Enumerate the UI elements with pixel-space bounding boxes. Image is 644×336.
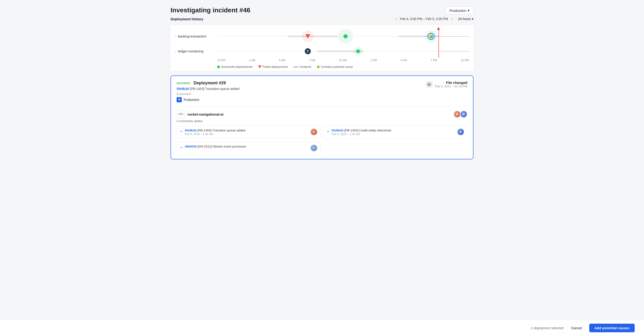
commit-card-3[interactable]: ⬧ 49d4f3d [DH-2312] Stream event process… <box>176 142 320 154</box>
commit-card-2[interactable]: ⬧ 5fe9b3d [PB-1453] Credit entity refact… <box>324 126 468 139</box>
deployment-title: Deployment #29 <box>194 80 226 86</box>
legend-failed-icon <box>258 66 262 68</box>
commit-hash-1[interactable]: 5fe9b3d <box>185 128 197 132</box>
cancel-button[interactable]: Cancel <box>567 324 586 332</box>
legend-failed-label: Failed deployments <box>262 65 288 68</box>
environment-icon: ⚑ <box>176 97 182 102</box>
commit-avatar-2: B <box>457 128 464 135</box>
date-prev-button[interactable]: ‹ <box>394 16 398 22</box>
commit-avatar-3: C <box>310 145 317 151</box>
commit-face-2: B <box>457 128 464 135</box>
commit-hash-2[interactable]: 5fe9b3d <box>332 128 344 132</box>
deployment-history-title: Deployment history <box>170 17 203 21</box>
ledger-track: 2 <box>217 45 469 58</box>
legend-incidents-icon <box>293 66 298 68</box>
x-label-1pm: 1 PM <box>370 59 377 62</box>
chart-area: › banking-transaction <box>170 25 474 71</box>
legend-incidents: Incidents <box>293 65 311 68</box>
bottom-bar: 1 deployment selected Cancel Add potenti… <box>0 320 644 336</box>
x-label-4am: 4 AM <box>279 59 285 62</box>
commit-face-3: C <box>310 145 317 151</box>
commit-card-1[interactable]: ⬧ 5fe9b3d [PB-1453] Transition queue add… <box>176 126 320 139</box>
x-label-10am: 10 AM <box>339 59 347 62</box>
environment-dropdown[interactable]: Production ▾ <box>446 6 474 14</box>
hours-label: 24 hours <box>458 17 471 21</box>
commit-hash-3[interactable]: 49d4f3d <box>185 145 197 148</box>
contributor-avatars: A B <box>454 110 468 118</box>
legend-potential-icon <box>317 66 320 68</box>
deployment-count-badge: 2 <box>305 48 311 54</box>
commit-avatar-1: A <box>310 128 317 135</box>
successful-deployment-dot-large[interactable] <box>344 34 348 38</box>
deployment-card: SUCCESS Deployment #29 5fe9b3d [PB-1453]… <box>170 76 474 160</box>
page-title: Investigating incident #46 <box>170 6 250 14</box>
file-date: Feb 4, 2021 – 01:43 PM <box>435 84 468 88</box>
environment-label: Enviroment <box>176 92 239 96</box>
legend-successful-label: Successful deployments <box>221 65 252 68</box>
repo-header: </> rocket-navigational-ai A B <box>176 110 468 118</box>
x-label-10pm-end: 10 PM <box>461 59 469 62</box>
now-arrow-top <box>437 27 440 30</box>
potential-cause-dot[interactable] <box>429 34 433 38</box>
avatar-face-1: A <box>454 111 460 118</box>
commit-info-1: 5fe9b3d [PB-1453] Transition queue added… <box>185 128 308 136</box>
commit-info-2: 5fe9b3d [PB-1453] Credit entity refactor… <box>332 128 455 136</box>
commit-hash-line: 5fe9b3d [PB-1453] Transition queue added <box>176 87 239 91</box>
avatar-2: B <box>460 110 468 118</box>
banking-track <box>217 30 469 43</box>
add-potential-causes-button[interactable]: Add potential causes <box>589 324 635 332</box>
legend-incidents-label: Incidents <box>300 65 311 68</box>
repo-info: </> rocket-navigational-ai <box>176 110 224 118</box>
failed-deployment-triangle <box>306 34 310 38</box>
x-label-1am: 1 AM <box>249 59 255 62</box>
environment-name: Production <box>184 98 199 102</box>
x-label-7pm: 7 PM <box>430 59 437 62</box>
commit-dot-icon-3: ⬧ <box>180 145 182 149</box>
legend-successful: Successful deployments <box>217 65 252 68</box>
date-next-button[interactable]: › <box>450 16 454 22</box>
ledger-success-dot[interactable] <box>356 50 360 53</box>
selected-count-text: 1 deployment selected <box>531 326 564 330</box>
repo-name: rocket-navigational-ai <box>187 112 224 116</box>
hours-dropdown[interactable]: 24 hours ▾ <box>458 17 474 21</box>
comments-count: 3 comments added <box>176 119 468 123</box>
commit-dot-icon-1: ⬧ <box>180 129 182 133</box>
commit-title-2: 5fe9b3d [PB-1453] Credit entity refactor… <box>332 128 455 132</box>
environment-dropdown-label: Production <box>450 8 466 12</box>
file-changed-label: File changed <box>435 80 468 84</box>
commit-hash-link[interactable]: 5fe9b3d <box>176 87 189 91</box>
row-name-ledger: ledger-monitoring <box>178 50 204 53</box>
chevron-down-icon: ▾ <box>472 17 474 21</box>
commit-dot-icon-2: ⬧ <box>327 129 329 133</box>
commit-msg-1: [PB-1453] Transition queue added <box>198 128 245 132</box>
x-label-4pm: 4 PM <box>400 59 407 62</box>
date-range-nav: ‹ Feb 4, 3:00 PM – Feb 5, 3:00 PM › <box>394 16 454 22</box>
x-label-7am: 7 AM <box>309 59 315 62</box>
commit-info-3: 49d4f3d [DH-2312] Stream event processor <box>185 145 308 148</box>
chart-legend: Successful deployments Failed deployment… <box>217 65 469 68</box>
commit-time-1: Feb 5, 2023 – 1:43 AM <box>185 132 308 136</box>
chevron-down-icon: ▾ <box>468 8 470 12</box>
row-label-banking: › banking-transaction <box>175 34 217 38</box>
legend-potential: Contains potential cause <box>317 65 353 68</box>
row-expand-icon[interactable]: › <box>175 35 176 38</box>
commit-time-2: Feb 5, 2023 – 1:43 AM <box>332 132 455 136</box>
x-axis: 10 PM 1 AM 4 AM 7 AM 10 AM 1 PM 4 PM 7 P… <box>217 59 469 64</box>
card-divider <box>176 106 468 106</box>
commit-message: [PB-1453] Transition queue added <box>190 87 240 91</box>
environment-value: ⚑ Production <box>176 97 239 102</box>
legend-failed: Failed deployments <box>258 65 288 68</box>
repo-icon: </> <box>176 110 185 118</box>
row-name-banking: banking-transaction <box>178 34 206 38</box>
red-dashed-line <box>438 36 469 36</box>
x-label-10pm: 10 PM <box>217 59 225 62</box>
commits-grid: ⬧ 5fe9b3d [PB-1453] Transition queue add… <box>176 126 468 154</box>
commit-face-1: A <box>310 128 317 135</box>
date-range-label: Feb 4, 3:00 PM – Feb 5, 3:00 PM <box>400 17 448 21</box>
timeline-row-banking: › banking-transaction <box>175 30 469 43</box>
row-expand-icon-2[interactable]: › <box>175 50 176 53</box>
file-count-badge: 12 <box>426 81 433 88</box>
commit-title-3: 49d4f3d [DH-2312] Stream event processor <box>185 145 308 148</box>
success-badge: SUCCESS <box>176 82 190 84</box>
legend-potential-label: Contains potential cause <box>321 65 353 68</box>
